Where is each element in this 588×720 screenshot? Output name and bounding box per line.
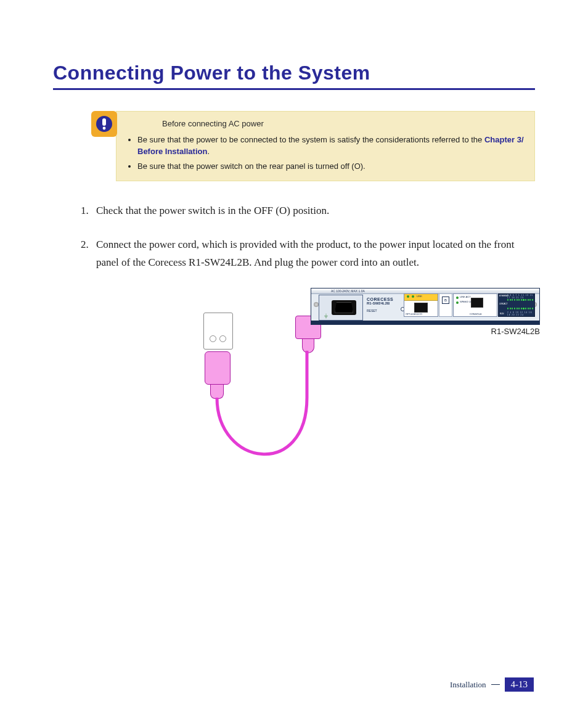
step-1: Check that the power switch is in the OF… bbox=[91, 202, 535, 220]
power-cord bbox=[214, 343, 325, 479]
slot-letter: B bbox=[442, 297, 449, 304]
footer-page-number: 4-13 bbox=[505, 677, 534, 692]
link-led-icon bbox=[407, 295, 409, 298]
module1-link-label: LINK bbox=[417, 295, 422, 298]
model-label: R1-SW24L2B bbox=[367, 301, 407, 305]
footer-section: Installation bbox=[450, 680, 486, 690]
optic-module: LINK OPT-61E51CO bbox=[404, 293, 438, 317]
ethernet-led-panel: ETHERNET LINK/ACT 1 3 5 7 1 11 13 15 17 … bbox=[498, 293, 535, 317]
console-module: LINK ACT SPEED 1000 CONSOLE bbox=[453, 293, 497, 317]
callout-item-1-pre: Be sure that the power to be connected t… bbox=[137, 135, 484, 144]
link-act-led-icon bbox=[456, 297, 459, 299]
svg-point-2 bbox=[103, 127, 106, 130]
callout-heading: Before connecting AC power bbox=[162, 118, 525, 130]
device-front-panel: AC 100-240V, MAX 1.0A ⏚ CORECESS R1-SW24… bbox=[311, 288, 540, 325]
page-title: Connecting Power to the System bbox=[53, 62, 535, 84]
rj45-port bbox=[414, 303, 428, 313]
callout-item-1: Be sure that the power to be connected t… bbox=[137, 134, 525, 158]
ground-icon: ⏚ bbox=[323, 312, 329, 319]
svg-rect-1 bbox=[102, 118, 106, 126]
speed-led-icon bbox=[456, 301, 459, 304]
mounting-screw-left bbox=[314, 302, 319, 307]
module1-opt-label: OPT-61E51CO bbox=[406, 313, 422, 316]
callout-item-2: Be sure that the power switch on the rea… bbox=[137, 160, 525, 173]
callout: Before connecting AC power Be sure that … bbox=[91, 111, 535, 181]
linkact-label: LINK/ACT bbox=[499, 303, 508, 305]
expansion-slot: B bbox=[439, 293, 452, 317]
module3-link-label: LINK ACT bbox=[460, 295, 471, 298]
console-label: CONSOLE bbox=[470, 313, 482, 316]
console-port bbox=[471, 298, 483, 308]
run-label: RUN bbox=[500, 313, 504, 315]
brand-label: CORECESS bbox=[367, 297, 407, 301]
iec-power-inlet bbox=[332, 300, 356, 315]
page-footer: Installation 4-13 bbox=[450, 677, 534, 692]
step-2: Connect the power cord, which is provide… bbox=[91, 236, 535, 272]
callout-item-1-post: . bbox=[207, 147, 210, 156]
ac-rating-label: AC 100-240V, MAX 1.0A bbox=[331, 288, 365, 293]
led-numbers-bottom: 2 4 6 10 12 14 16 18 20 22 24 bbox=[507, 311, 534, 316]
power-input-area: ⏚ bbox=[319, 295, 363, 321]
title-rule bbox=[53, 88, 535, 90]
wall-outlet bbox=[203, 313, 233, 350]
alert-icon bbox=[91, 111, 117, 137]
figure: AC 100-240V, MAX 1.0A ⏚ CORECESS R1-SW24… bbox=[145, 288, 540, 479]
power-plug bbox=[205, 351, 229, 399]
act-led-icon bbox=[412, 295, 414, 298]
figure-caption: R1-SW24L2B bbox=[491, 327, 540, 336]
footer-divider bbox=[491, 684, 500, 685]
step-list: Check that the power switch is in the OF… bbox=[91, 202, 535, 272]
